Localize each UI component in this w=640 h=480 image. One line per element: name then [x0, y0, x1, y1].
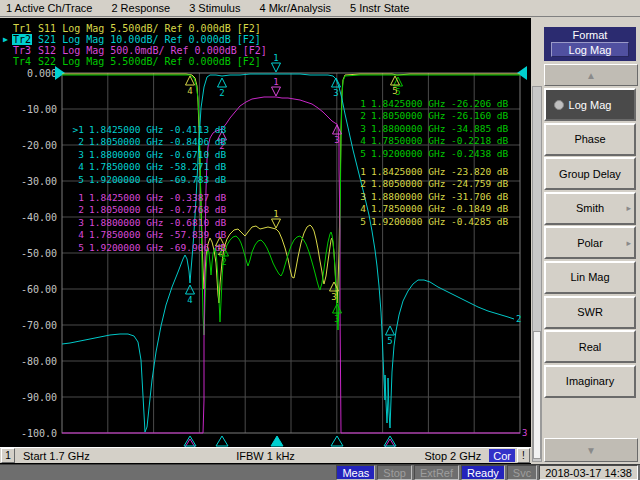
y-axis-tick-label: -90.00: [21, 392, 57, 403]
trace-name: Tr4: [12, 56, 32, 67]
marker-number: 1: [273, 209, 278, 219]
trace-status-row[interactable]: ▶Tr1S11 Log Mag 5.500dB/ Ref 0.000dB [F2…: [3, 23, 267, 34]
channel-number-badge: 1: [1, 448, 15, 463]
softkey-log-mag[interactable]: Log Mag: [544, 88, 636, 121]
marker-row-readout: 1.8800000 GHz -0.6810 dB: [89, 217, 227, 228]
status-badge-ready: Ready: [461, 465, 505, 480]
marker-row-readout: 1.8425000 GHz -0.4113 dB: [89, 124, 227, 135]
active-trace-arrow-icon: ▶: [3, 34, 12, 45]
marker-row-number: 3: [78, 217, 84, 228]
trace-name: Tr1: [12, 23, 32, 34]
trace-status-row[interactable]: ▶Tr4S22 Log Mag 5.500dB/ Ref 0.000dB [F2…: [3, 56, 267, 67]
marker-row-readout: 1.8425000 GHz -23.820 dB: [371, 166, 509, 177]
menu-scroll-up-button[interactable]: ▲: [544, 64, 638, 86]
marker-number: 5: [387, 336, 392, 346]
marker-row-number: 2: [78, 204, 84, 215]
marker-row-number: 3: [78, 149, 84, 160]
marker-row-readout: 1.9200000 GHz -69.906 dB: [89, 242, 227, 253]
marker-triangle: [386, 326, 395, 335]
trace-settings-text: S11 Log Mag 5.500dB/ Ref 0.000dB [F2]: [38, 23, 261, 34]
softkey-label: Polar: [577, 237, 603, 249]
trace-number-label: 3: [522, 428, 527, 438]
start-frequency-label: Start 1.7 GHz: [23, 450, 90, 462]
softkey-real[interactable]: Real: [544, 330, 636, 363]
status-badge-meas: Meas: [336, 465, 375, 480]
menu-bar: 1 Active Ch/Trace2 Response3 Stimulus4 M…: [0, 0, 640, 17]
trace-status-row[interactable]: ▶Tr2S21 Log Mag 10.00dB/ Ref 0.000dB [F2…: [3, 34, 267, 45]
datetime-display: 2018-03-17 14:38: [539, 465, 638, 480]
softkey-imaginary[interactable]: Imaginary: [544, 365, 636, 398]
y-axis-tick-label: 0.000: [27, 68, 57, 79]
softkey-menu-header: Format Log Mag: [544, 27, 636, 61]
y-axis-tick-label: -50.00: [21, 248, 57, 259]
marker-row-readout: 1.7850000 GHz -0.1849 dB: [371, 203, 509, 214]
trace-status-rows: ▶Tr1S11 Log Mag 5.500dB/ Ref 0.000dB [F2…: [3, 23, 267, 67]
marker-number: 4: [187, 295, 192, 305]
menu-item[interactable]: 2 Response: [111, 2, 170, 14]
stimulus-marker-triangle: [331, 436, 343, 446]
softkey-group-delay[interactable]: Group Delay: [544, 157, 636, 190]
marker-row-readout: 1.7850000 GHz -57.839 dB: [89, 229, 227, 240]
softkey-lin-mag[interactable]: Lin Mag: [544, 261, 636, 294]
menu-item[interactable]: 3 Stimulus: [189, 2, 240, 14]
marker-triangle: [272, 219, 281, 228]
softkey-label: Imaginary: [566, 375, 614, 387]
ifbw-label: IFBW 1 kHz: [236, 450, 295, 462]
channel-status-bar: 1 Start 1.7 GHz IFBW 1 kHz Stop 2 GHz Co…: [0, 447, 531, 463]
menu-current-value: Log Mag: [551, 42, 629, 57]
y-axis-tick-label: -100.0: [21, 428, 57, 439]
marker-triangle: [218, 78, 227, 87]
softkey-smith[interactable]: Smith▸: [544, 192, 636, 225]
marker-number: 3: [334, 314, 339, 324]
softkey-label: Log Mag: [569, 99, 612, 111]
marker-row-readout: 1.8050000 GHz -0.8406 dB: [89, 136, 227, 147]
marker-row-readout: 1.9200000 GHz -69.783 dB: [89, 174, 227, 185]
softkey-label: Real: [579, 341, 602, 353]
softkey-label: Phase: [574, 133, 605, 145]
marker-row-number: 1: [360, 98, 366, 109]
softkey-phase[interactable]: Phase: [544, 123, 636, 156]
trace-settings-text: S22 Log Mag 5.500dB/ Ref 0.000dB [F2]: [38, 56, 261, 67]
marker-row-number: 3: [360, 123, 366, 134]
status-badge-stop: Stop: [377, 465, 412, 480]
marker-row-readout: 1.8425000 GHz -0.3387 dB: [89, 192, 227, 203]
softkey-scrollbar[interactable]: [532, 86, 542, 462]
trace-name: Tr3: [12, 45, 32, 56]
trace-number-label: 2: [516, 314, 521, 324]
marker-row-readout: 1.9200000 GHz -0.4285 dB: [371, 216, 509, 227]
marker-row-number: 4: [360, 135, 366, 146]
marker-triangle: [272, 87, 281, 96]
marker-number: 1: [273, 77, 278, 87]
marker-row-readout: 1.7850000 GHz -58.271 dB: [89, 161, 227, 172]
marker-row-number: 4: [360, 203, 366, 214]
trace-status-row[interactable]: ▶Tr3S12 Log Mag 500.0mdB/ Ref 0.000dB [F…: [3, 45, 267, 56]
softkey-polar[interactable]: Polar▸: [544, 226, 636, 259]
marker-row-number: 2: [360, 110, 366, 121]
menu-item[interactable]: 5 Instr State: [350, 2, 409, 14]
trace-settings-text: S21 Log Mag 10.00dB/ Ref 0.000dB [F2]: [38, 34, 261, 45]
trace-name: Tr2: [12, 34, 32, 45]
y-axis-tick-label: -10.00: [21, 104, 57, 115]
status-badge-extref: ExtRef: [414, 465, 459, 480]
menu-item[interactable]: 4 Mkr/Analysis: [259, 2, 331, 14]
status-badge-svc: Svc: [507, 465, 537, 480]
marker-row-readout: 1.8800000 GHz -34.885 dB: [371, 123, 509, 134]
y-axis-tick-label: -70.00: [21, 320, 57, 331]
softkey-list: Log MagPhaseGroup DelaySmith▸Polar▸Lin M…: [544, 88, 636, 399]
y-axis-tick-label: -30.00: [21, 176, 57, 187]
softkey-label: Lin Mag: [570, 271, 609, 283]
softkey-swr[interactable]: SWR: [544, 296, 636, 329]
submenu-arrow-icon: ▸: [626, 238, 631, 248]
menu-scroll-down-button[interactable]: ▼: [544, 438, 638, 462]
marker-row-readout: 1.8050000 GHz -26.160 dB: [371, 110, 509, 121]
stimulus-marker-triangle: [216, 436, 228, 446]
y-axis-tick-label: -60.00: [21, 284, 57, 295]
warning-indicator: !: [517, 448, 530, 463]
scrollbar-thumb[interactable]: [533, 331, 541, 459]
marker-row-number: 4: [78, 161, 84, 172]
marker-row-readout: 1.8800000 GHz -31.706 dB: [371, 191, 509, 202]
menu-item[interactable]: 1 Active Ch/Trace: [6, 2, 92, 14]
menu-title: Format: [544, 29, 636, 41]
marker-number: 4: [187, 86, 192, 96]
marker-row-number: 2: [360, 178, 366, 189]
